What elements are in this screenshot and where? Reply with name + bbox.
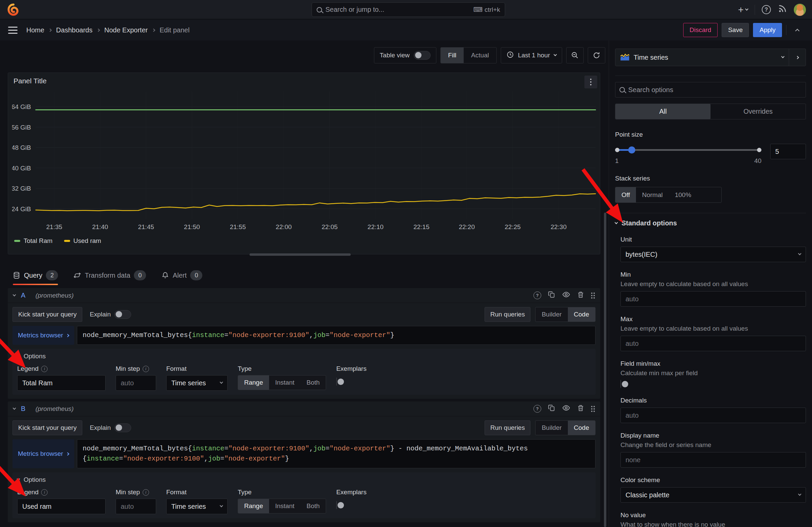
format-select-b[interactable]: Time series [166,499,228,514]
collapse-chevron-icon[interactable] [13,293,16,296]
options-collapse-header[interactable]: Options [17,352,591,360]
point-size-value-input[interactable] [770,144,806,159]
tab-overrides[interactable]: Overrides [710,104,806,119]
news-rss-icon[interactable] [778,4,787,15]
panel-header[interactable]: Panel Title [8,73,600,85]
type-both-option[interactable]: Both [301,375,326,390]
legend-item-used-ram[interactable]: Used ram [64,237,101,245]
min-step-input-b[interactable] [116,499,156,514]
stack-off-option[interactable]: Off [615,187,636,202]
kick-start-query-button[interactable]: Kick start your query [13,307,82,322]
info-icon[interactable] [143,489,149,496]
explain-toggle[interactable] [114,310,131,319]
new-dropdown-button[interactable]: + [738,5,748,15]
duplicate-query-icon[interactable] [548,291,555,300]
breadcrumb-home[interactable]: Home [26,26,44,34]
grafana-logo-icon[interactable] [7,3,20,16]
query-a-header[interactable]: A (prometheus) [8,288,600,303]
collapse-options-pane-button[interactable] [789,49,806,66]
breadcrumb-dashboards[interactable]: Dashboards [56,26,92,34]
field-min-max-toggle[interactable] [621,380,621,388]
builder-option[interactable]: Builder [536,421,567,435]
point-size-slider[interactable] [615,146,762,154]
hide-query-icon[interactable] [562,290,570,300]
info-icon[interactable] [41,489,47,496]
kick-start-query-button[interactable]: Kick start your query [13,421,82,435]
type-instant-option[interactable]: Instant [269,499,301,513]
code-option[interactable]: Code [568,308,595,322]
type-instant-option[interactable]: Instant [269,375,301,390]
type-range-option[interactable]: Range [238,375,269,390]
unit-select[interactable]: bytes(IEC) [621,247,806,262]
breadcrumb-node-exporter[interactable]: Node Exporter [104,26,148,34]
time-range-picker[interactable]: Last 1 hour [501,47,562,63]
refresh-button[interactable] [588,47,605,63]
apply-button[interactable]: Apply [753,23,782,37]
tab-all[interactable]: All [615,104,710,119]
promql-editor-b[interactable]: node_memory_MemTotal_bytes{instance="nod… [77,439,595,468]
promql-editor-a[interactable]: node_memory_MemTotal_bytes{instance="nod… [77,326,595,345]
metrics-browser-button[interactable]: Metrics browser [13,439,74,468]
duplicate-query-icon[interactable] [548,404,555,413]
tab-query[interactable]: Query 2 [13,266,58,285]
exemplars-toggle-a[interactable] [336,378,337,386]
legend-item-total-ram[interactable]: Total Ram [14,237,53,245]
legend-input-b[interactable] [17,499,105,514]
type-range-option[interactable]: Range [238,499,269,513]
explain-toggle[interactable] [114,424,131,432]
tab-transform-data[interactable]: Transform data 0 [73,266,146,285]
type-both-option[interactable]: Both [301,499,326,513]
display-name-input[interactable] [621,452,806,468]
help-icon[interactable] [762,5,771,14]
slider-thumb[interactable] [628,146,635,154]
vertical-scrollbar[interactable] [604,213,606,527]
query-help-icon[interactable] [534,405,541,413]
drag-handle-icon[interactable] [591,406,595,412]
actual-option[interactable]: Actual [464,47,496,63]
table-view-control[interactable]: Table view [374,47,436,63]
info-icon[interactable] [41,366,47,372]
collapse-chevron-icon[interactable] [13,406,16,410]
user-avatar[interactable] [794,4,806,16]
pane-resize-handle[interactable] [249,253,351,256]
run-queries-button[interactable]: Run queries [484,421,531,435]
metrics-browser-button[interactable]: Metrics browser [13,326,74,345]
zoom-out-button[interactable] [566,47,584,63]
save-button[interactable]: Save [722,23,749,37]
exemplars-toggle-b[interactable] [336,501,337,509]
timeseries-chart[interactable]: 21:3521:4021:4521:5021:5522:0022:0522:10… [12,87,597,233]
run-queries-button[interactable]: Run queries [484,307,531,322]
hide-query-icon[interactable] [562,404,570,414]
search-field[interactable] [325,6,470,14]
options-collapse-header[interactable]: Options [17,476,591,484]
stack-100-option[interactable]: 100% [669,187,697,202]
stack-normal-option[interactable]: Normal [636,187,669,202]
color-scheme-select[interactable]: Classic palette [621,487,806,503]
standard-options-header[interactable]: Standard options [615,219,806,227]
builder-option[interactable]: Builder [536,308,567,322]
min-step-input-a[interactable] [116,375,156,391]
query-b-header[interactable]: B (prometheus) [8,401,600,416]
panel-menu-button[interactable] [584,75,597,88]
delete-query-icon[interactable] [577,291,584,300]
collapse-up-button[interactable] [791,23,804,37]
max-input[interactable] [621,336,806,351]
decimals-input[interactable] [621,408,806,423]
table-view-toggle[interactable] [414,51,431,60]
options-search-field[interactable] [628,86,801,94]
info-icon[interactable] [143,366,149,372]
code-option[interactable]: Code [568,421,595,435]
search-options-input[interactable] [615,82,806,98]
discard-button[interactable]: Discard [683,23,717,37]
delete-query-icon[interactable] [577,404,584,413]
global-search-input[interactable]: ⌨ ctrl+k [311,2,505,17]
drag-handle-icon[interactable] [591,293,595,299]
format-select-a[interactable]: Time series [166,375,228,391]
tab-alert[interactable]: Alert 0 [161,266,202,285]
legend-input-a[interactable] [17,375,105,391]
query-help-icon[interactable] [534,291,541,299]
menu-toggle-button[interactable] [8,27,17,34]
visualization-select[interactable]: Time series [615,49,789,66]
fill-option[interactable]: Fill [441,47,464,63]
min-input[interactable] [621,291,806,307]
